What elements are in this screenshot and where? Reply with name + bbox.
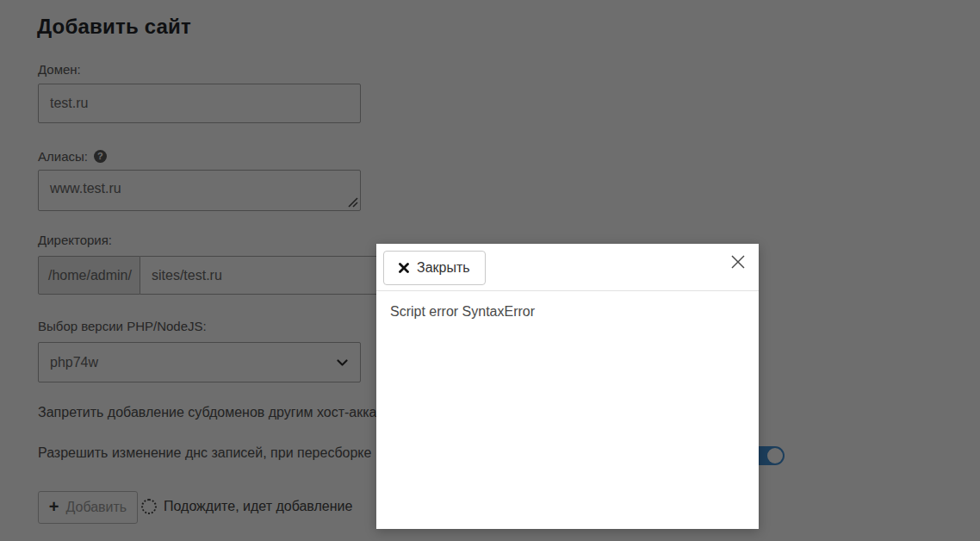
close-icon[interactable] [731, 255, 745, 269]
modal-close-button-label: Закрыть [417, 260, 470, 276]
error-modal: Закрыть Script error SyntaxError [376, 244, 759, 529]
modal-error-text: Script error SyntaxError [376, 291, 759, 333]
modal-close-button[interactable]: Закрыть [383, 251, 486, 285]
x-bold-icon [399, 263, 409, 273]
modal-header: Закрыть [376, 244, 759, 291]
